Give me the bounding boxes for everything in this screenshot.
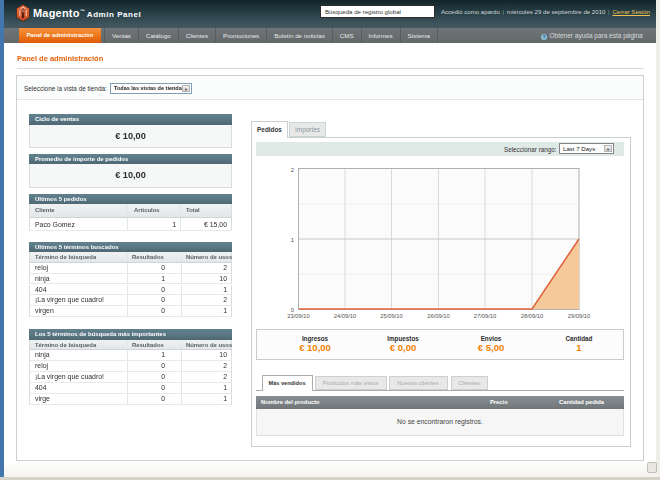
svg-text:2: 2 <box>291 167 295 173</box>
svg-text:1: 1 <box>291 237 295 243</box>
svg-text:26/09/10: 26/09/10 <box>427 313 450 319</box>
svg-text:24/09/10: 24/09/10 <box>334 313 357 319</box>
svg-text:25/09/10: 25/09/10 <box>380 313 403 319</box>
svg-text:28/09/10: 28/09/10 <box>521 313 544 319</box>
svg-text:23/09/10: 23/09/10 <box>287 313 310 319</box>
svg-text:27/09/10: 27/09/10 <box>474 313 497 319</box>
svg-text:29/09/10: 29/09/10 <box>568 313 591 319</box>
